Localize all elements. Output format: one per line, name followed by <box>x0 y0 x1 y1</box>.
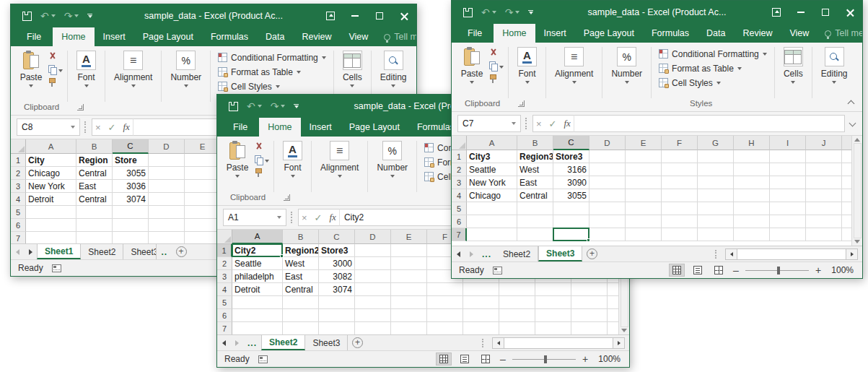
cell-D7[interactable] <box>149 232 185 243</box>
new-sheet-button[interactable]: + <box>172 244 190 259</box>
column-header-F[interactable]: F <box>662 136 698 150</box>
tab-insert[interactable]: Insert <box>301 118 341 137</box>
column-header-G[interactable]: G <box>698 136 734 150</box>
cell-C5[interactable] <box>319 296 355 309</box>
cell-H4[interactable] <box>734 189 770 202</box>
cell-K5[interactable] <box>842 202 851 215</box>
cell-D5[interactable] <box>149 206 185 219</box>
cell-D1[interactable] <box>589 150 626 163</box>
row-header-1[interactable]: 1 <box>217 244 232 257</box>
cell-F7[interactable] <box>427 322 463 334</box>
scroll-right-icon[interactable] <box>613 337 625 349</box>
paste-button[interactable]: Paste <box>15 49 47 87</box>
undo-button[interactable]: ↶ <box>40 11 56 21</box>
minimize-button[interactable] <box>343 4 367 27</box>
cell-B4[interactable]: Central <box>283 283 319 296</box>
normal-view-button[interactable] <box>436 352 452 365</box>
row-header-6[interactable]: 6 <box>452 215 467 228</box>
cell-A7[interactable] <box>26 232 76 243</box>
cell-B3[interactable]: East <box>76 180 113 193</box>
cell-B7[interactable] <box>283 322 319 334</box>
row-header-2[interactable]: 2 <box>217 257 232 270</box>
new-sheet-button[interactable]: + <box>582 246 601 261</box>
cell-D6[interactable] <box>149 219 185 232</box>
cell-A7[interactable] <box>467 228 517 241</box>
tab-home[interactable]: Home <box>53 27 94 46</box>
number-group-button[interactable]: % Number <box>165 49 207 87</box>
cell-A2[interactable]: Seattle <box>467 163 517 176</box>
sheet-overflow-ellipsis[interactable]: ... <box>243 335 261 350</box>
format-as-table-button[interactable]: Format as Table <box>659 62 767 74</box>
close-button[interactable] <box>392 4 416 27</box>
cell-E4[interactable] <box>626 189 662 202</box>
cell-J4[interactable] <box>571 283 608 296</box>
cell-A2[interactable]: Chicago <box>26 167 76 180</box>
cell-C7[interactable] <box>319 322 355 334</box>
close-button[interactable] <box>838 1 862 24</box>
cell-C3[interactable]: 3036 <box>113 180 149 193</box>
select-all-corner[interactable] <box>11 139 26 154</box>
cell-J7[interactable] <box>806 228 842 241</box>
column-header-A[interactable]: A <box>467 136 517 150</box>
copy-button[interactable] <box>48 64 63 74</box>
cell-A7[interactable] <box>232 322 283 334</box>
sheet-tab-sheet1[interactable]: Sheet1 <box>37 244 81 259</box>
name-box[interactable]: A1 <box>223 209 286 226</box>
cell-H2[interactable] <box>734 163 770 176</box>
page-layout-view-button[interactable] <box>457 352 473 365</box>
cell-H6[interactable] <box>499 309 535 322</box>
zoom-slider-handle[interactable] <box>777 267 780 274</box>
column-header-D[interactable]: D <box>355 230 391 244</box>
redo-button[interactable]: ↷ <box>271 101 286 111</box>
cell-C3[interactable]: 3082 <box>319 270 355 283</box>
cut-button[interactable] <box>48 51 63 61</box>
ribbon-display-options-button[interactable] <box>764 1 789 24</box>
sheet-tab-sheet3[interactable]: Sheet3 <box>538 246 582 261</box>
save-icon[interactable] <box>22 12 32 21</box>
cell-D7[interactable] <box>355 322 391 334</box>
cell-A5[interactable] <box>467 202 517 215</box>
name-box[interactable]: C7 <box>457 115 521 132</box>
cell-I5[interactable] <box>535 296 571 309</box>
cell-G1[interactable] <box>698 150 734 163</box>
cancel-icon[interactable]: × <box>536 118 542 129</box>
cell-C4[interactable]: 3074 <box>319 283 355 296</box>
cell-A5[interactable] <box>26 206 76 219</box>
cell-C1[interactable]: Store <box>113 154 149 167</box>
macro-record-icon[interactable] <box>258 355 268 363</box>
cell-F3[interactable] <box>662 176 698 189</box>
column-header-A[interactable]: A <box>26 139 76 154</box>
cell-K1[interactable] <box>842 150 851 163</box>
cell-F4[interactable] <box>662 189 698 202</box>
scroll-right-icon[interactable] <box>846 248 858 260</box>
column-header-K[interactable]: K <box>842 136 851 150</box>
zoom-in-button[interactable]: + <box>581 354 589 364</box>
page-break-view-button[interactable] <box>478 352 494 365</box>
row-header-1[interactable]: 1 <box>11 154 26 167</box>
cell-B7[interactable] <box>76 232 113 243</box>
tab-data[interactable]: Data <box>698 24 734 43</box>
cell-B3[interactable]: East <box>283 270 319 283</box>
cell-A4[interactable]: Detroit <box>232 283 283 296</box>
cell-C5[interactable] <box>553 202 589 215</box>
column-header-J[interactable]: J <box>806 136 842 150</box>
cell-E6[interactable] <box>185 219 221 232</box>
row-header-6[interactable]: 6 <box>11 219 26 232</box>
tab-view[interactable]: View <box>340 27 377 46</box>
row-header-3[interactable]: 3 <box>11 180 26 193</box>
font-group-button[interactable]: A Font <box>71 49 102 87</box>
cell-A5[interactable] <box>232 296 283 309</box>
cell-A4[interactable]: Chicago <box>467 189 517 202</box>
row-header-2[interactable]: 2 <box>452 163 467 176</box>
format-as-table-button[interactable]: Format as Table <box>218 66 326 78</box>
cell-D3[interactable] <box>589 176 626 189</box>
sheet-nav-forward-button[interactable] <box>465 246 478 261</box>
redo-button[interactable]: ↷ <box>505 7 520 17</box>
cell-G5[interactable] <box>698 202 734 215</box>
cell-B5[interactable] <box>517 202 553 215</box>
cell-E3[interactable] <box>185 180 221 193</box>
insert-function-icon[interactable]: fx <box>330 212 336 223</box>
cell-E1[interactable] <box>626 150 662 163</box>
cell-A6[interactable] <box>26 219 76 232</box>
cell-E5[interactable] <box>185 206 221 219</box>
